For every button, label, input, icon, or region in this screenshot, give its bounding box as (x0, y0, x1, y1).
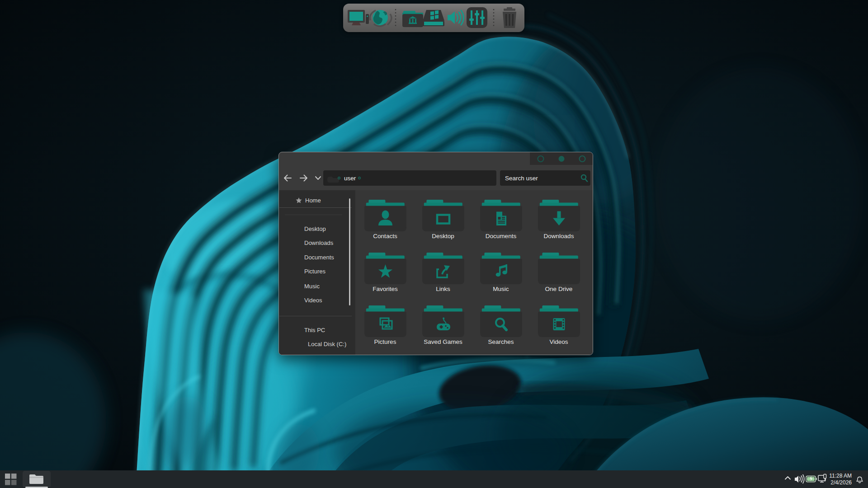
svg-text:Search user: Search user (505, 175, 538, 182)
svg-text:user: user (344, 175, 356, 182)
svg-text:11:28 AM: 11:28 AM (829, 473, 852, 479)
svg-text:2/4/2026: 2/4/2026 (830, 479, 852, 486)
